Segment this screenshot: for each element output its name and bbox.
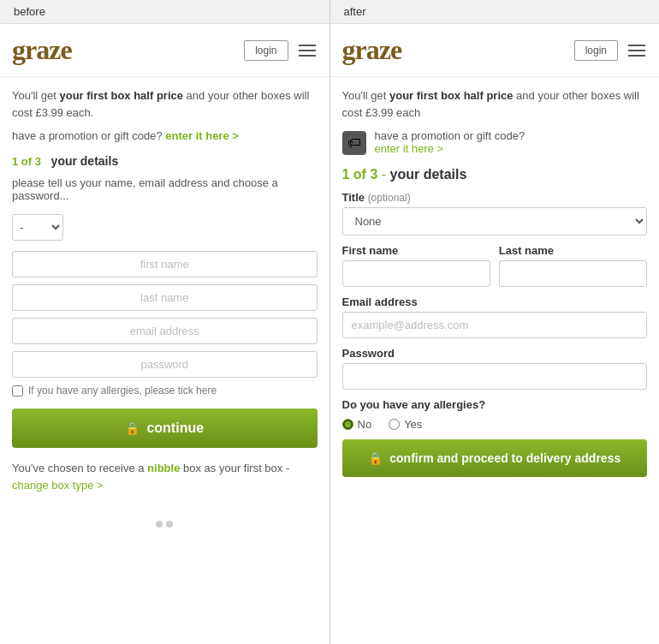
right-promo-code-link[interactable]: enter it here >	[375, 142, 525, 155]
right-radio-yes-input[interactable]	[389, 419, 400, 430]
left-change-link[interactable]: change box type >	[12, 479, 104, 492]
left-password-input[interactable]	[12, 351, 318, 378]
right-promo-text: You'll get your first box half price and…	[342, 87, 648, 121]
left-continue-button[interactable]: 🔒 continue	[12, 408, 318, 448]
right-login-button[interactable]: login	[574, 40, 618, 61]
left-box-choice: You've chosen to receive a nibble box as…	[12, 460, 318, 493]
right-email-input[interactable]	[342, 312, 648, 338]
right-first-name-input[interactable]	[342, 260, 490, 287]
right-lock-icon: 🔒	[368, 451, 383, 465]
left-step-title: your details	[51, 154, 119, 168]
right-password-group: Password	[342, 347, 648, 390]
left-step-num: 1 of 3	[12, 155, 41, 168]
left-allergy-checkbox[interactable]	[12, 385, 23, 397]
left-header: graze login	[0, 24, 330, 77]
right-first-name-label: First name	[342, 244, 490, 257]
left-email-input[interactable]	[12, 318, 318, 344]
left-pagination	[0, 512, 330, 536]
right-tag-icon	[342, 131, 366, 155]
right-email-group: Email address	[342, 295, 648, 338]
right-last-name-input[interactable]	[499, 260, 647, 287]
right-allergy-radio-group: No Yes	[342, 418, 648, 431]
right-radio-no-input[interactable]	[342, 419, 353, 430]
left-first-name-input[interactable]	[12, 251, 318, 277]
before-panel: graze login You'll get your first box ha…	[0, 24, 330, 644]
right-allergy-group: Do you have any allergies? No Yes	[342, 398, 648, 431]
left-step-heading-row: 1 of 3 your details	[12, 154, 318, 168]
left-promo-code-row: have a promotion or gift code? enter it …	[12, 129, 318, 142]
right-confirm-button[interactable]: 🔒 confirm and proceed to delivery addres…	[342, 439, 648, 477]
right-promo-tag-text: have a promotion or gift code? enter it …	[375, 129, 525, 155]
left-allergy-row: If you have any allergies, please tick h…	[12, 385, 318, 397]
right-last-name-group: Last name	[499, 244, 647, 287]
right-logo: graze	[342, 34, 402, 66]
right-step-title: your details	[390, 167, 467, 182]
left-dot-1	[156, 521, 163, 528]
section-labels-row: before after	[0, 0, 659, 24]
left-nibble-text: nibble	[147, 462, 180, 474]
left-allergy-label: If you have any allergies, please tick h…	[28, 385, 217, 397]
before-label: before	[0, 0, 330, 23]
left-promo-text: You'll get your first box half price and…	[12, 87, 318, 121]
right-step-heading: 1 of 3 - your details	[342, 167, 648, 182]
left-login-button[interactable]: login	[244, 40, 288, 61]
right-radio-yes[interactable]: Yes	[389, 418, 422, 431]
right-last-name-label: Last name	[499, 244, 647, 257]
after-label: after	[330, 0, 660, 23]
after-panel: graze login You'll get your first box ha…	[330, 24, 660, 644]
right-promo-tag-row: have a promotion or gift code? enter it …	[342, 129, 648, 155]
left-hamburger-icon[interactable]	[297, 43, 318, 58]
right-allergy-label: Do you have any allergies?	[342, 398, 648, 411]
right-first-name-group: First name	[342, 244, 490, 287]
left-promo-code-link[interactable]: enter it here >	[165, 129, 239, 142]
right-hamburger-icon[interactable]	[626, 43, 647, 58]
right-email-label: Email address	[342, 295, 648, 308]
right-password-input[interactable]	[342, 363, 648, 390]
right-title-label: Title (optional)	[342, 191, 648, 204]
left-last-name-input[interactable]	[12, 284, 318, 311]
left-step-desc: please tell us your name, email address …	[12, 176, 318, 202]
right-password-label: Password	[342, 347, 648, 360]
left-lock-icon: 🔒	[125, 421, 140, 435]
right-name-row: First name Last name	[342, 244, 648, 287]
right-step-num: 1 of 3	[342, 167, 378, 182]
right-header: graze login	[330, 24, 660, 77]
left-dot-2	[166, 521, 173, 528]
left-title-select[interactable]: - Mr Mrs Ms Dr	[12, 214, 63, 241]
right-title-group: Title (optional) None Mr Mrs Ms Dr	[342, 191, 648, 236]
left-logo: graze	[12, 34, 72, 66]
right-radio-no[interactable]: No	[342, 418, 372, 431]
right-title-select[interactable]: None Mr Mrs Ms Dr	[342, 207, 648, 236]
